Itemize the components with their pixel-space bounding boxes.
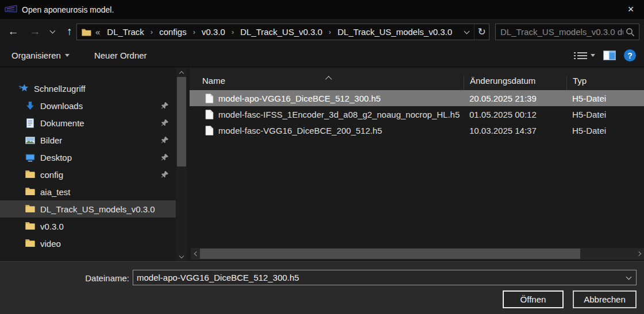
scrollbar-thumb[interactable] (200, 249, 580, 259)
sidebar-item-bilder[interactable]: Bilder (0, 131, 176, 149)
breadcrumb-separator[interactable]: › (226, 28, 239, 36)
window-title: Open aponeurosis model. (22, 5, 114, 14)
breadcrumb-item[interactable]: v0.3.0 (200, 27, 226, 37)
search-icon[interactable] (626, 28, 635, 37)
file-name-cell: model-apo-VGG16_DiceBCE_512_300.h5 (190, 94, 464, 103)
column-label: Änderungsdatum (470, 76, 535, 86)
dropdown-arrow-icon (591, 54, 595, 57)
folder-icon (82, 28, 91, 36)
command-toolbar: Organisieren Neuer Ordner ? (0, 44, 644, 67)
chevron-right-icon (636, 251, 641, 256)
download-arrow-icon (25, 101, 35, 111)
sidebar-item-aia-test[interactable]: aia_test (0, 183, 176, 200)
file-name: model-fasc-VGG16_DiceBCE_200_512.h5 (218, 126, 382, 135)
breadcrumb-overflow-button[interactable]: « (95, 27, 100, 37)
folder-icon (25, 222, 35, 231)
scroll-down-button[interactable] (176, 252, 187, 261)
open-file-dialog: Open aponeurosis model. × ← → ↑ « DL_Tra… (0, 0, 644, 314)
recent-locations-button[interactable] (45, 30, 60, 33)
help-button[interactable]: ? (624, 49, 636, 61)
breadcrumb: DL_Track›configs›v0.3.0›DL_Track_US_v0.3… (106, 27, 459, 37)
scroll-up-button[interactable] (176, 68, 187, 77)
pin-icon (161, 153, 169, 161)
column-header-name[interactable]: Name (190, 76, 464, 90)
forward-button[interactable]: → (25, 25, 45, 38)
breadcrumb-separator[interactable]: › (145, 28, 158, 36)
address-dropdown-button[interactable] (459, 31, 474, 33)
main-area: SchnellzugriffDownloadsDokumenteBilderDe… (0, 68, 644, 261)
sidebar-item-label: v0.3.0 (40, 222, 64, 231)
open-button[interactable]: Öffnen (503, 290, 564, 308)
sidebar-item-v0-3-0[interactable]: v0.3.0 (0, 218, 176, 235)
file-row[interactable]: model-apo-VGG16_DiceBCE_512_300.h520.05.… (190, 90, 644, 106)
sidebar-item-label: Bilder (40, 135, 62, 145)
navigation-bar: ← → ↑ « DL_Track›configs›v0.3.0›DL_Track… (0, 19, 644, 44)
sidebar-item-schnellzugriff[interactable]: Schnellzugriff (0, 80, 176, 97)
filename-input[interactable] (133, 273, 621, 282)
quick-access-star-icon (19, 84, 29, 94)
chevron-down-icon (464, 28, 469, 34)
breadcrumb-separator[interactable]: › (323, 28, 336, 36)
app-icon (5, 5, 17, 14)
close-button[interactable]: × (618, 0, 644, 19)
column-label: Typ (573, 76, 587, 86)
scroll-right-button[interactable] (635, 248, 644, 259)
sidebar-item-config[interactable]: config (0, 166, 176, 183)
dropdown-arrow-icon (65, 54, 70, 57)
breadcrumb-item[interactable]: DL_Track_US_models_v0.3.0 (336, 27, 453, 37)
preview-pane-icon[interactable] (603, 51, 616, 60)
pictures-icon (25, 135, 35, 145)
dialog-footer: Dateiname: Öffnen Abbrechen (0, 261, 644, 314)
title-bar: Open aponeurosis model. × (0, 0, 644, 19)
file-rows: model-apo-VGG16_DiceBCE_512_300.h520.05.… (190, 90, 644, 138)
filename-dropdown-button[interactable] (621, 277, 636, 279)
scrollbar-thumb[interactable] (177, 77, 186, 166)
document-icon (25, 118, 35, 128)
file-row[interactable]: model-fasc-VGG16_DiceBCE_200_512.h510.03… (190, 122, 644, 138)
breadcrumb-separator[interactable]: › (188, 28, 200, 36)
pin-icon (161, 170, 169, 179)
file-icon (205, 94, 214, 103)
file-icon (205, 110, 214, 119)
search-input[interactable] (496, 27, 626, 37)
sidebar-item-label: video (40, 239, 61, 249)
folder-icon (25, 204, 35, 214)
file-type: H5-Datei (566, 126, 644, 135)
scroll-left-button[interactable] (191, 248, 200, 259)
breadcrumb-item[interactable]: DL_Track (106, 27, 145, 37)
folder-icon (25, 187, 35, 197)
back-button[interactable]: ← (3, 25, 23, 38)
sort-ascending-icon (325, 76, 331, 82)
sidebar-item-downloads[interactable]: Downloads (0, 97, 176, 114)
sidebar-scrollbar[interactable] (176, 68, 187, 261)
new-folder-button[interactable]: Neuer Ordner (94, 51, 147, 60)
sidebar-item-dl-track-us-models-v0-3-0[interactable]: DL_Track_US_models_v0.3.0 (0, 200, 176, 218)
pin-icon (161, 102, 169, 110)
refresh-button[interactable]: ↻ (474, 24, 489, 40)
column-header-modified[interactable]: Änderungsdatum (464, 76, 566, 90)
cancel-button[interactable]: Abbrechen (573, 290, 637, 308)
chevron-down-icon (179, 253, 184, 258)
sidebar-item-desktop[interactable]: Desktop (0, 149, 176, 166)
sidebar-item-video[interactable]: video (0, 235, 176, 252)
breadcrumb-item[interactable]: configs (158, 27, 188, 37)
address-bar[interactable]: « DL_Track›configs›v0.3.0›DL_Track_US_v0… (76, 24, 489, 40)
view-mode-button[interactable] (577, 52, 595, 59)
breadcrumb-item[interactable]: DL_Track_US_v0.3.0 (239, 27, 323, 37)
chevron-left-icon (194, 251, 198, 256)
filename-label: Dateiname: (0, 273, 129, 283)
file-row[interactable]: model-fasc-IFSS_1Encoder_3d_a08_g2_noaug… (190, 106, 644, 122)
horizontal-scrollbar[interactable] (191, 248, 644, 259)
sidebar-item-label: config (40, 170, 63, 180)
column-header-type[interactable]: Typ (566, 76, 644, 90)
file-name: model-apo-VGG16_DiceBCE_512_300.h5 (218, 94, 381, 103)
folder-icon (25, 170, 35, 180)
desktop-icon (25, 153, 35, 162)
sidebar-item-label: Schnellzugriff (34, 84, 86, 94)
sidebar-item-label: DL_Track_US_models_v0.3.0 (40, 204, 155, 214)
organize-button[interactable]: Organisieren (11, 51, 70, 60)
file-list: Name Änderungsdatum Typ model-apo-VGG16_… (190, 68, 644, 261)
file-modified-date: 01.05.2025 00:12 (464, 110, 566, 119)
sidebar-item-dokumente[interactable]: Dokumente (0, 114, 176, 131)
file-type: H5-Datei (566, 94, 644, 103)
